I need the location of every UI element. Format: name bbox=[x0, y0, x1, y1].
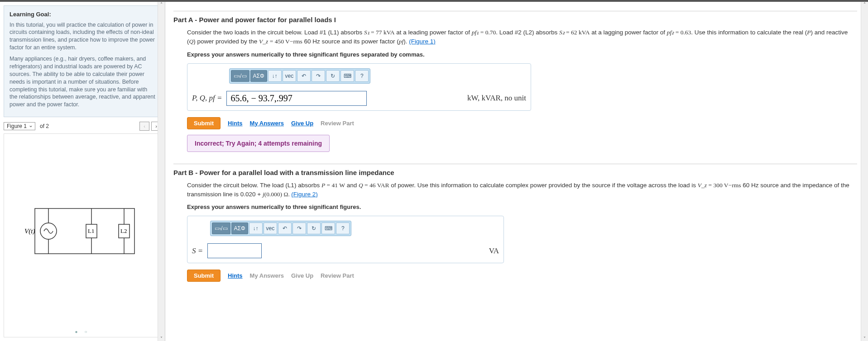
help-icon: ? bbox=[360, 73, 364, 79]
equation-toolbar: ▭√▭ ΑΣΦ ↓↑ vec ↶ ↷ ↻ ⌨ ? bbox=[210, 221, 351, 236]
part-a-title: Part A - Power and power factor for para… bbox=[173, 16, 857, 24]
chevron-left-icon: ‹ bbox=[144, 123, 145, 129]
my-answers-link[interactable]: My Answers bbox=[250, 120, 284, 127]
submit-button[interactable]: Submit bbox=[187, 117, 221, 129]
circuit-diagram: V(t) L1 L2 bbox=[19, 199, 146, 272]
undo-icon: ↶ bbox=[283, 225, 287, 232]
chevron-right-icon: › bbox=[155, 123, 157, 129]
main-content: Part A - Power and power factor for para… bbox=[165, 2, 868, 341]
subsup-button[interactable]: ↓↑ bbox=[268, 70, 282, 82]
scroll-down-icon: ˅ bbox=[863, 336, 866, 341]
review-part-link[interactable]: Review Part bbox=[321, 272, 354, 279]
part-b: Part B - Power for a parallel load with … bbox=[173, 164, 857, 282]
left-scrollbar[interactable]: ˄ ˅ bbox=[158, 2, 165, 341]
help-button[interactable]: ? bbox=[336, 223, 350, 234]
keyboard-button[interactable]: ⌨ bbox=[340, 70, 354, 82]
help-icon: ? bbox=[341, 225, 345, 232]
greek-button[interactable]: ΑΣΦ bbox=[231, 223, 248, 234]
figure-of-text: of 2 bbox=[37, 123, 52, 129]
keyboard-icon: ⌨ bbox=[344, 73, 351, 79]
templates-icon: ▭√▭ bbox=[215, 225, 228, 232]
figure-canvas: V(t) L1 L2 ● ○ bbox=[4, 133, 161, 337]
review-part-link[interactable]: Review Part bbox=[321, 120, 354, 127]
figure-pager: Figure 1 of 2 ‹ › bbox=[4, 122, 161, 131]
part-a-units: kW, kVAR, no unit bbox=[467, 94, 526, 103]
part-a-answer-input[interactable] bbox=[226, 91, 367, 106]
part-b-answer-input[interactable] bbox=[207, 243, 262, 258]
learning-goal-p1: In this tutorial, you will practice the … bbox=[10, 21, 155, 52]
scroll-up-icon: ˄ bbox=[863, 2, 866, 7]
part-a-actions: Submit Hints My Answers Give Up Review P… bbox=[187, 117, 857, 129]
figure-select[interactable]: Figure 1 bbox=[4, 122, 35, 130]
part-b-title: Part B - Power for a parallel load with … bbox=[173, 169, 857, 176]
scroll-down-icon: ˅ bbox=[160, 336, 163, 341]
part-a-body: Consider the two loads in the circuit be… bbox=[187, 28, 857, 47]
learning-goal-p2: Many appliances (e.g., hair dryers, coff… bbox=[10, 55, 155, 109]
part-a-instruction: Express your answers numerically to thre… bbox=[187, 51, 857, 58]
figure-dots: ● ○ bbox=[4, 329, 161, 334]
part-b-units: VA bbox=[489, 246, 499, 256]
subsup-button[interactable]: ↓↑ bbox=[249, 223, 263, 234]
keyboard-button[interactable]: ⌨ bbox=[321, 223, 335, 234]
give-up-link[interactable]: Give Up bbox=[291, 120, 313, 127]
part-b-lhs: S = bbox=[192, 246, 203, 256]
part-b-body: Consider the circuit below. The load (L1… bbox=[187, 181, 857, 199]
reset-button[interactable]: ↻ bbox=[307, 223, 321, 234]
keyboard-icon: ⌨ bbox=[325, 225, 332, 232]
svg-text:L2: L2 bbox=[120, 227, 127, 234]
learning-goal-heading: Learning Goal: bbox=[10, 10, 155, 19]
part-a-answer-box: ▭√▭ ΑΣΦ ↓↑ vec ↶ ↷ ↻ ⌨ ? P, Q, pf = kW, … bbox=[187, 63, 531, 111]
redo-button[interactable]: ↷ bbox=[293, 223, 306, 234]
templates-button[interactable]: ▭√▭ bbox=[231, 70, 249, 82]
hints-link[interactable]: Hints bbox=[228, 120, 243, 127]
part-b-instruction: Express your answers numerically to thre… bbox=[187, 204, 857, 210]
reset-icon: ↻ bbox=[312, 225, 316, 232]
help-button[interactable]: ? bbox=[355, 70, 369, 82]
figure-prev-button[interactable]: ‹ bbox=[139, 122, 149, 131]
templates-button[interactable]: ▭√▭ bbox=[212, 223, 230, 234]
part-b-actions: Submit Hints My Answers Give Up Review P… bbox=[187, 270, 857, 282]
vec-button[interactable]: vec bbox=[283, 70, 297, 82]
templates-icon: ▭√▭ bbox=[234, 73, 247, 79]
part-b-answer-box: ▭√▭ ΑΣΦ ↓↑ vec ↶ ↷ ↻ ⌨ ? S = VA bbox=[187, 216, 504, 263]
redo-button[interactable]: ↷ bbox=[312, 70, 325, 82]
hints-link[interactable]: Hints bbox=[228, 272, 243, 279]
greek-button[interactable]: ΑΣΦ bbox=[250, 70, 267, 82]
svg-text:V(t): V(t) bbox=[24, 227, 35, 235]
give-up-link[interactable]: Give Up bbox=[291, 272, 313, 279]
part-a-feedback: Incorrect; Try Again; 4 attempts remaini… bbox=[187, 135, 330, 152]
figure-1-link[interactable]: (Figure 1) bbox=[409, 38, 436, 45]
vec-button[interactable]: vec bbox=[264, 223, 278, 234]
scroll-up-icon: ˄ bbox=[160, 2, 163, 7]
part-a-lhs: P, Q, pf = bbox=[192, 94, 222, 103]
undo-icon: ↶ bbox=[302, 73, 306, 79]
learning-goal-box: Learning Goal: In this tutorial, you wil… bbox=[4, 5, 161, 117]
part-a: Part A - Power and power factor for para… bbox=[173, 11, 857, 152]
right-scrollbar[interactable]: ˄ ˅ bbox=[861, 2, 868, 341]
reset-icon: ↻ bbox=[331, 73, 335, 79]
figure-2-link[interactable]: (Figure 2) bbox=[291, 191, 318, 198]
undo-button[interactable]: ↶ bbox=[297, 70, 311, 82]
svg-text:L1: L1 bbox=[88, 227, 94, 234]
my-answers-link[interactable]: My Answers bbox=[250, 272, 284, 279]
submit-button[interactable]: Submit bbox=[187, 270, 221, 282]
left-panel: Learning Goal: In this tutorial, you wil… bbox=[0, 2, 165, 341]
undo-button[interactable]: ↶ bbox=[278, 223, 292, 234]
equation-toolbar: ▭√▭ ΑΣΦ ↓↑ vec ↶ ↷ ↻ ⌨ ? bbox=[229, 68, 370, 84]
divider bbox=[173, 164, 857, 164]
redo-icon: ↷ bbox=[316, 73, 321, 79]
reset-button[interactable]: ↻ bbox=[326, 70, 340, 82]
redo-icon: ↷ bbox=[297, 225, 302, 232]
divider bbox=[173, 11, 857, 11]
